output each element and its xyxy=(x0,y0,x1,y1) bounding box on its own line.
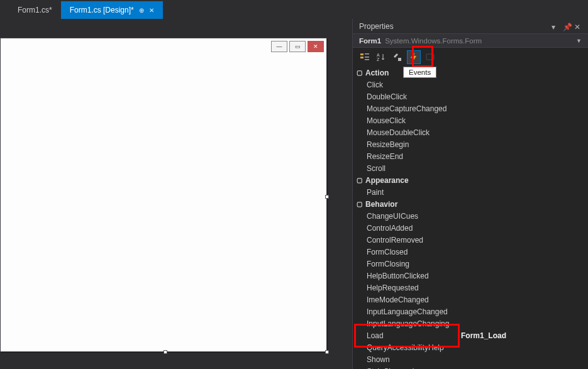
event-name: QueryAccessibilityHelp xyxy=(353,343,458,352)
alphabetical-button[interactable]: AZ xyxy=(374,50,388,64)
collapse-icon[interactable]: ▢ xyxy=(355,201,363,207)
event-name: Shown xyxy=(353,355,458,364)
category-label: Appearance xyxy=(365,176,409,185)
event-name: FormClosed xyxy=(353,248,458,256)
event-row-queryaccessibilityhelp[interactable]: QueryAccessibilityHelp xyxy=(353,341,588,353)
event-row-stylechanged[interactable]: StyleChanged xyxy=(353,365,588,369)
event-row-mousedoubleclick[interactable]: MouseDoubleClick xyxy=(353,126,588,138)
svg-rect-1 xyxy=(360,57,363,58)
selected-object-type: System.Windows.Forms.Form xyxy=(385,37,482,45)
event-name: MouseDoubleClick xyxy=(353,128,458,137)
event-name: MouseClick xyxy=(353,116,458,125)
category-action[interactable]: ▢Action xyxy=(353,67,588,79)
categorized-button[interactable] xyxy=(358,50,372,64)
event-name: Paint xyxy=(353,188,458,197)
event-row-inputlanguagechanged[interactable]: InputLanguageChanged xyxy=(353,306,588,317)
resize-grip-s[interactable] xyxy=(164,350,167,354)
event-row-changeuicues[interactable]: ChangeUICues xyxy=(353,210,588,222)
category-label: Behavior xyxy=(365,200,397,209)
event-row-mouseclick[interactable]: MouseClick xyxy=(353,114,588,126)
minimize-button[interactable]: — xyxy=(271,41,287,52)
category-behavior[interactable]: ▢Behavior xyxy=(353,198,588,210)
event-row-load[interactable]: LoadForm1_Load xyxy=(353,329,588,341)
event-name: HelpRequested xyxy=(353,284,458,292)
properties-panel-header: Properties ▾ 📌 ✕ xyxy=(353,19,588,34)
tab-form1-cs[interactable]: Form1.cs* xyxy=(9,1,61,19)
event-row-helpbuttonclicked[interactable]: HelpButtonClicked xyxy=(353,270,588,282)
pin-icon[interactable]: 📌 xyxy=(563,23,570,30)
event-row-controlremoved[interactable]: ControlRemoved xyxy=(353,234,588,246)
tab-form1-design[interactable]: Form1.cs [Design]* ⊕ ✕ xyxy=(61,1,163,19)
event-value[interactable]: Form1_Load xyxy=(458,331,588,340)
messages-button xyxy=(423,50,437,64)
events-tooltip: Events xyxy=(403,67,436,78)
category-label: Action xyxy=(365,69,389,77)
form-designer-surface[interactable]: — ▭ ✕ xyxy=(0,19,352,369)
category-appearance[interactable]: ▢Appearance xyxy=(353,174,588,186)
pin-icon[interactable]: ⊕ xyxy=(139,7,144,14)
event-name: StyleChanged xyxy=(353,367,458,370)
maximize-button[interactable]: ▭ xyxy=(289,41,306,52)
event-name: ControlRemoved xyxy=(353,236,458,245)
window-close-button[interactable]: ✕ xyxy=(308,41,324,52)
event-name: DoubleClick xyxy=(353,92,458,101)
selected-object-name: Form1 xyxy=(359,37,381,45)
svg-text:Z: Z xyxy=(377,57,380,62)
event-row-imemodechanged[interactable]: ImeModeChanged xyxy=(353,294,588,306)
properties-toolbar: AZ Events xyxy=(353,48,588,67)
event-name: InputLanguageChanging xyxy=(353,319,458,328)
svg-rect-0 xyxy=(360,53,363,55)
event-name: FormClosing xyxy=(353,260,458,268)
event-row-paint[interactable]: Paint xyxy=(353,186,588,198)
event-name: Load xyxy=(353,331,458,340)
event-name: ResizeEnd xyxy=(353,152,458,161)
event-name: InputLanguageChanged xyxy=(353,307,458,316)
svg-text:A: A xyxy=(377,53,380,57)
svg-rect-7 xyxy=(398,58,401,61)
event-name: ChangeUICues xyxy=(353,212,458,221)
selected-object-combo[interactable]: Form1 System.Windows.Forms.Form ▼ xyxy=(353,34,588,48)
resize-grip-e[interactable] xyxy=(325,195,329,199)
svg-rect-3 xyxy=(365,57,369,58)
resize-grip-se[interactable] xyxy=(325,350,329,354)
properties-panel: Properties ▾ 📌 ✕ Form1 System.Windows.Fo… xyxy=(352,19,588,369)
event-row-formclosing[interactable]: FormClosing xyxy=(353,258,588,270)
form-canvas[interactable]: — ▭ ✕ xyxy=(0,38,327,352)
event-row-resizeend[interactable]: ResizeEnd xyxy=(353,150,588,162)
event-row-mousecapturechanged[interactable]: MouseCaptureChanged xyxy=(353,102,588,114)
chevron-down-icon: ▼ xyxy=(576,38,582,44)
event-row-shown[interactable]: Shown xyxy=(353,353,588,365)
dropdown-icon[interactable]: ▾ xyxy=(552,23,559,30)
event-name: ResizeBegin xyxy=(353,140,458,149)
close-icon[interactable]: ✕ xyxy=(574,23,582,30)
document-tabstrip: Form1.cs* Form1.cs [Design]* ⊕ ✕ xyxy=(0,0,588,19)
event-name: Click xyxy=(353,80,458,89)
event-name: HelpButtonClicked xyxy=(353,272,458,280)
svg-rect-2 xyxy=(365,53,369,55)
event-name: ControlAdded xyxy=(353,224,458,233)
event-row-doubleclick[interactable]: DoubleClick xyxy=(353,91,588,102)
event-row-formclosed[interactable]: FormClosed xyxy=(353,246,588,258)
properties-grid[interactable]: ▢ActionClickDoubleClickMouseCaptureChang… xyxy=(353,67,588,369)
collapse-icon[interactable]: ▢ xyxy=(355,69,363,76)
event-name: Scroll xyxy=(353,164,458,173)
close-icon[interactable]: ✕ xyxy=(149,7,154,14)
events-button[interactable] xyxy=(407,50,421,64)
svg-rect-4 xyxy=(365,59,369,60)
form-titlebar: — ▭ ✕ xyxy=(269,38,326,55)
event-name: MouseCaptureChanged xyxy=(353,104,458,113)
event-row-inputlanguagechanging[interactable]: InputLanguageChanging xyxy=(353,317,588,329)
properties-title: Properties xyxy=(359,22,394,31)
event-row-controladded[interactable]: ControlAdded xyxy=(353,222,588,234)
properties-button[interactable] xyxy=(391,50,404,64)
tab-label: Form1.cs* xyxy=(18,6,52,14)
svg-rect-8 xyxy=(426,54,434,60)
event-row-helprequested[interactable]: HelpRequested xyxy=(353,282,588,294)
event-name: ImeModeChanged xyxy=(353,295,458,304)
collapse-icon[interactable]: ▢ xyxy=(355,177,363,184)
event-row-resizebegin[interactable]: ResizeBegin xyxy=(353,138,588,150)
event-row-scroll[interactable]: Scroll xyxy=(353,162,588,174)
event-row-click[interactable]: Click xyxy=(353,79,588,91)
tab-label: Form1.cs [Design]* xyxy=(70,6,134,14)
